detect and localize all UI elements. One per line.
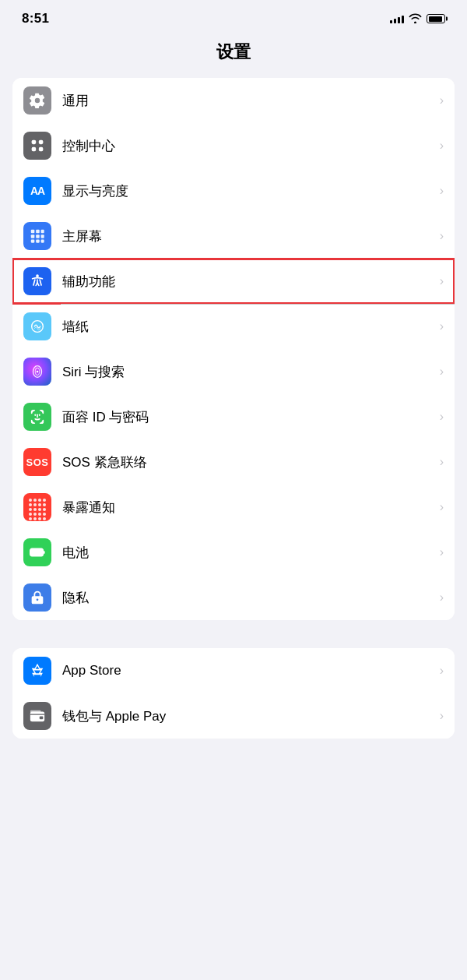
sos-icon: SOS: [23, 448, 51, 476]
svg-rect-3: [39, 147, 44, 152]
status-icons: [390, 13, 445, 25]
wallpaper-chevron: ›: [440, 319, 444, 333]
svg-rect-22: [40, 716, 44, 719]
gear-icon: [23, 86, 51, 115]
wallet-label: 钱包与 Apple Pay: [62, 707, 440, 725]
svg-rect-2: [32, 147, 37, 152]
accessibility-icon: [23, 267, 51, 295]
svg-rect-19: [43, 551, 44, 554]
settings-item-face-id[interactable]: 面容 ID 与密码 ›: [12, 394, 455, 439]
wifi-icon: [409, 13, 422, 25]
control-center-icon: [23, 132, 51, 160]
settings-item-siri[interactable]: Siri 与搜索 ›: [12, 349, 455, 394]
svg-rect-4: [31, 230, 35, 234]
svg-rect-20: [32, 550, 40, 555]
wallpaper-label: 墙纸: [62, 318, 440, 336]
svg-rect-8: [36, 234, 40, 238]
accessibility-label: 辅助功能: [62, 273, 440, 291]
status-time: 8:51: [22, 11, 49, 26]
control-center-label: 控制中心: [62, 137, 440, 155]
siri-icon: [23, 358, 51, 386]
face-id-chevron: ›: [440, 410, 444, 424]
display-icon: AA: [23, 177, 51, 205]
exposure-label: 暴露通知: [62, 499, 440, 516]
settings-group-1: 通用 › 控制中心 › AA 显示与亮度 ›: [12, 78, 455, 620]
battery-label: 电池: [62, 544, 440, 562]
accessibility-chevron: ›: [440, 274, 444, 288]
home-screen-chevron: ›: [440, 229, 444, 243]
svg-rect-12: [41, 240, 44, 243]
privacy-chevron: ›: [440, 590, 444, 605]
privacy-icon: [23, 583, 51, 612]
svg-rect-6: [41, 230, 44, 234]
settings-item-control-center[interactable]: 控制中心 ›: [12, 123, 455, 168]
svg-rect-1: [39, 140, 44, 145]
settings-item-accessibility[interactable]: 辅助功能 ›: [12, 259, 455, 304]
exposure-chevron: ›: [440, 500, 444, 514]
battery-chevron: ›: [440, 545, 444, 559]
settings-item-privacy[interactable]: 隐私 ›: [12, 575, 455, 620]
settings-group-2: App Store › 钱包与 Apple Pay ›: [12, 648, 455, 739]
display-label: 显示与亮度: [62, 182, 440, 200]
svg-point-17: [37, 371, 39, 373]
settings-item-wallpaper[interactable]: 墙纸 ›: [12, 304, 455, 349]
home-screen-icon: [23, 222, 51, 250]
settings-item-appstore[interactable]: App Store ›: [12, 648, 455, 693]
wallet-icon: [23, 702, 51, 730]
svg-rect-7: [31, 234, 35, 238]
appstore-icon: [23, 657, 51, 685]
sos-label: SOS 紧急联络: [62, 453, 440, 471]
svg-rect-11: [36, 240, 40, 243]
svg-rect-0: [32, 140, 37, 145]
svg-rect-10: [31, 240, 35, 243]
battery-status-icon: [427, 14, 445, 23]
settings-item-home-screen[interactable]: 主屏幕 ›: [12, 213, 455, 259]
settings-item-wallet[interactable]: 钱包与 Apple Pay ›: [12, 693, 455, 739]
settings-item-battery[interactable]: 电池 ›: [12, 530, 455, 575]
privacy-label: 隐私: [62, 589, 440, 607]
general-chevron: ›: [440, 93, 444, 108]
siri-label: Siri 与搜索: [62, 363, 440, 381]
general-label: 通用: [62, 92, 440, 110]
battery-icon: [23, 538, 51, 566]
home-screen-label: 主屏幕: [62, 227, 440, 245]
appstore-label: App Store: [62, 663, 440, 679]
settings-item-display[interactable]: AA 显示与亮度 ›: [12, 168, 455, 213]
settings-item-general[interactable]: 通用 ›: [12, 78, 455, 123]
signal-icon: [390, 14, 404, 23]
svg-rect-23: [30, 710, 41, 713]
svg-point-13: [36, 274, 39, 277]
wallpaper-icon: [23, 312, 51, 340]
wallet-chevron: ›: [440, 709, 444, 723]
svg-rect-9: [41, 234, 44, 238]
appstore-chevron: ›: [440, 664, 444, 678]
sos-chevron: ›: [440, 455, 444, 469]
exposure-icon: [23, 493, 51, 521]
display-chevron: ›: [440, 184, 444, 198]
face-id-icon: [23, 403, 51, 431]
control-center-chevron: ›: [440, 139, 444, 153]
settings-item-exposure[interactable]: 暴露通知 ›: [12, 485, 455, 530]
svg-rect-5: [36, 230, 40, 234]
page-title: 设置: [0, 33, 467, 78]
status-bar: 8:51: [0, 0, 467, 33]
face-id-label: 面容 ID 与密码: [62, 408, 440, 426]
siri-chevron: ›: [440, 365, 444, 379]
settings-item-sos[interactable]: SOS SOS 紧急联络 ›: [12, 439, 455, 485]
